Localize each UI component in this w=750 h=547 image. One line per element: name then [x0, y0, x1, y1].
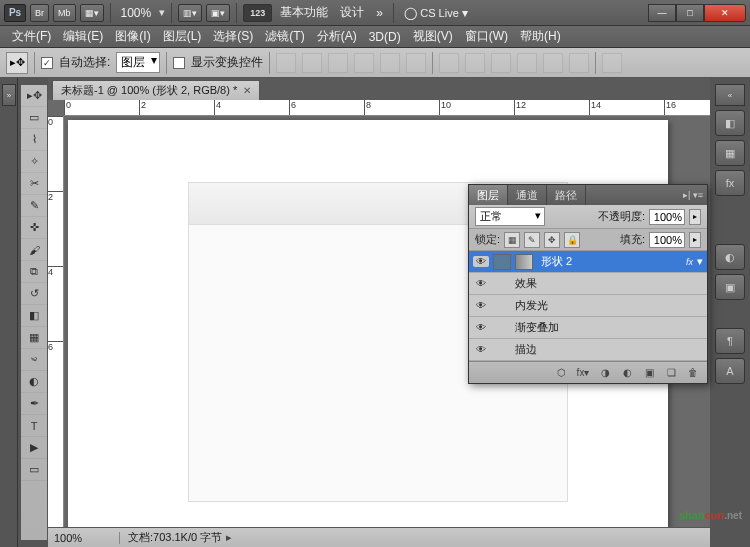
- lock-transparent-icon[interactable]: ▦: [504, 232, 520, 248]
- tab-layers[interactable]: 图层: [469, 185, 508, 205]
- dropdown-icon[interactable]: ▾: [159, 6, 165, 19]
- fx-badge[interactable]: fx: [686, 257, 693, 267]
- app-frame-button[interactable]: 123: [243, 4, 272, 22]
- group-icon[interactable]: ▣: [641, 366, 657, 380]
- blend-mode-dropdown[interactable]: 正常: [475, 207, 545, 226]
- effect-gradient-overlay[interactable]: 👁 渐变叠加: [469, 317, 707, 339]
- gradient-tool[interactable]: ▦: [21, 327, 47, 349]
- status-arrow-icon[interactable]: ▸: [226, 531, 232, 544]
- bridge-button[interactable]: Br: [30, 4, 49, 22]
- screen-mode-button[interactable]: ▣▾: [206, 4, 230, 22]
- minibridge-button[interactable]: Mb: [53, 4, 76, 22]
- expand-toolbox-button[interactable]: »: [2, 84, 16, 106]
- panel-menu[interactable]: ▸| ▾≡: [683, 190, 707, 200]
- healing-brush-tool[interactable]: ✜: [21, 217, 47, 239]
- layers-panel[interactable]: 图层 通道 路径 ▸| ▾≡ 正常 不透明度: 100% ▸ 锁定: ▦ ✎ ✥…: [468, 184, 708, 384]
- cslive-button[interactable]: ◯ CS Live ▾: [400, 6, 472, 20]
- layer-row-selected[interactable]: 👁 形状 2 fx ▾: [469, 251, 707, 273]
- menu-window[interactable]: 窗口(W): [459, 28, 514, 45]
- visibility-icon[interactable]: 👁: [473, 344, 489, 355]
- menu-edit[interactable]: 编辑(E): [57, 28, 109, 45]
- fill-input[interactable]: 100%: [649, 232, 685, 248]
- visibility-icon[interactable]: 👁: [473, 300, 489, 311]
- crop-tool[interactable]: ✂: [21, 173, 47, 195]
- delete-layer-icon[interactable]: 🗑: [685, 366, 701, 380]
- show-transform-checkbox[interactable]: [173, 57, 185, 69]
- arrange-docs-button[interactable]: ▥▾: [178, 4, 202, 22]
- type-tool[interactable]: T: [21, 415, 47, 437]
- menu-view[interactable]: 视图(V): [407, 28, 459, 45]
- auto-select-dropdown[interactable]: 图层: [116, 52, 160, 73]
- path-select-tool[interactable]: ▶: [21, 437, 47, 459]
- layer-name[interactable]: 形状 2: [537, 254, 682, 269]
- color-panel-icon[interactable]: ◧: [715, 110, 745, 136]
- new-layer-icon[interactable]: ❏: [663, 366, 679, 380]
- lasso-tool[interactable]: ⌇: [21, 129, 47, 151]
- fill-arrow-icon[interactable]: ▸: [689, 232, 701, 248]
- opacity-arrow-icon[interactable]: ▸: [689, 209, 701, 225]
- eyedropper-tool[interactable]: ✎: [21, 195, 47, 217]
- close-button[interactable]: ✕: [704, 4, 746, 22]
- move-tool[interactable]: ▸✥: [21, 85, 47, 107]
- document-tab[interactable]: 未标题-1 @ 100% (形状 2, RGB/8) * ✕: [52, 80, 260, 100]
- lock-pixels-icon[interactable]: ✎: [524, 232, 540, 248]
- tab-paths[interactable]: 路径: [547, 185, 586, 205]
- ruler-tick: 2: [48, 191, 63, 202]
- history-brush-tool[interactable]: ↺: [21, 283, 47, 305]
- blur-tool[interactable]: ༄: [21, 349, 47, 371]
- menu-analysis[interactable]: 分析(A): [311, 28, 363, 45]
- close-tab-icon[interactable]: ✕: [243, 85, 251, 96]
- clone-stamp-tool[interactable]: ⧉: [21, 261, 47, 283]
- visibility-icon[interactable]: 👁: [473, 322, 489, 333]
- menu-3d[interactable]: 3D(D): [363, 30, 407, 44]
- visibility-icon[interactable]: 👁: [473, 256, 489, 267]
- vector-mask-thumbnail[interactable]: [515, 254, 533, 270]
- character-panel-icon[interactable]: ¶: [715, 328, 745, 354]
- magic-wand-tool[interactable]: ✧: [21, 151, 47, 173]
- menu-filter[interactable]: 滤镜(T): [259, 28, 310, 45]
- paragraph-panel-icon[interactable]: A: [715, 358, 745, 384]
- layer-mask-icon[interactable]: ◑: [597, 366, 613, 380]
- collapse-panels-button[interactable]: «: [715, 84, 745, 106]
- menu-file[interactable]: 文件(F): [6, 28, 57, 45]
- menu-select[interactable]: 选择(S): [207, 28, 259, 45]
- dodge-tool[interactable]: ◐: [21, 371, 47, 393]
- adjustment-layer-icon[interactable]: ◐: [619, 366, 635, 380]
- tab-channels[interactable]: 通道: [508, 185, 547, 205]
- menu-help[interactable]: 帮助(H): [514, 28, 567, 45]
- styles-panel-icon[interactable]: fx: [715, 170, 745, 196]
- pen-tool[interactable]: ✒: [21, 393, 47, 415]
- chevron-down-icon[interactable]: ▾: [697, 255, 703, 268]
- workspace-more[interactable]: »: [372, 6, 387, 20]
- eraser-tool[interactable]: ◧: [21, 305, 47, 327]
- maximize-button[interactable]: □: [676, 4, 704, 22]
- status-zoom[interactable]: 100%: [48, 532, 120, 544]
- opacity-input[interactable]: 100%: [649, 209, 685, 225]
- zoom-level[interactable]: 100%: [117, 6, 156, 20]
- auto-select-checkbox[interactable]: ✓: [41, 57, 53, 69]
- effects-row[interactable]: 👁 效果: [469, 273, 707, 295]
- effect-inner-glow[interactable]: 👁 内发光: [469, 295, 707, 317]
- marquee-tool[interactable]: ▭: [21, 107, 47, 129]
- link-layers-icon[interactable]: ⬡: [553, 366, 569, 380]
- view-extras-button[interactable]: ▦▾: [80, 4, 104, 22]
- lock-position-icon[interactable]: ✥: [544, 232, 560, 248]
- adjustments-panel-icon[interactable]: ◐: [715, 244, 745, 270]
- layer-style-icon[interactable]: fx▾: [575, 366, 591, 380]
- application-bar: Ps Br Mb ▦▾ 100% ▾ ▥▾ ▣▾ 123 基本功能 设计 » ◯…: [0, 0, 750, 26]
- brush-tool[interactable]: 🖌: [21, 239, 47, 261]
- effect-stroke[interactable]: 👁 描边: [469, 339, 707, 361]
- menu-layer[interactable]: 图层(L): [157, 28, 208, 45]
- workspace-essentials[interactable]: 基本功能: [276, 4, 332, 21]
- lock-all-icon[interactable]: 🔒: [564, 232, 580, 248]
- horizontal-ruler: 0 2 4 6 8 10 12 14 16: [64, 100, 710, 116]
- workspace-design[interactable]: 设计: [336, 4, 368, 21]
- shape-tool[interactable]: ▭: [21, 459, 47, 481]
- layer-thumbnail[interactable]: [493, 254, 511, 270]
- menu-image[interactable]: 图像(I): [109, 28, 156, 45]
- swatches-panel-icon[interactable]: ▦: [715, 140, 745, 166]
- visibility-icon[interactable]: 👁: [473, 278, 489, 289]
- minimize-button[interactable]: —: [648, 4, 676, 22]
- masks-panel-icon[interactable]: ▣: [715, 274, 745, 300]
- status-doc-size[interactable]: 文档:703.1K/0 字节: [120, 530, 222, 545]
